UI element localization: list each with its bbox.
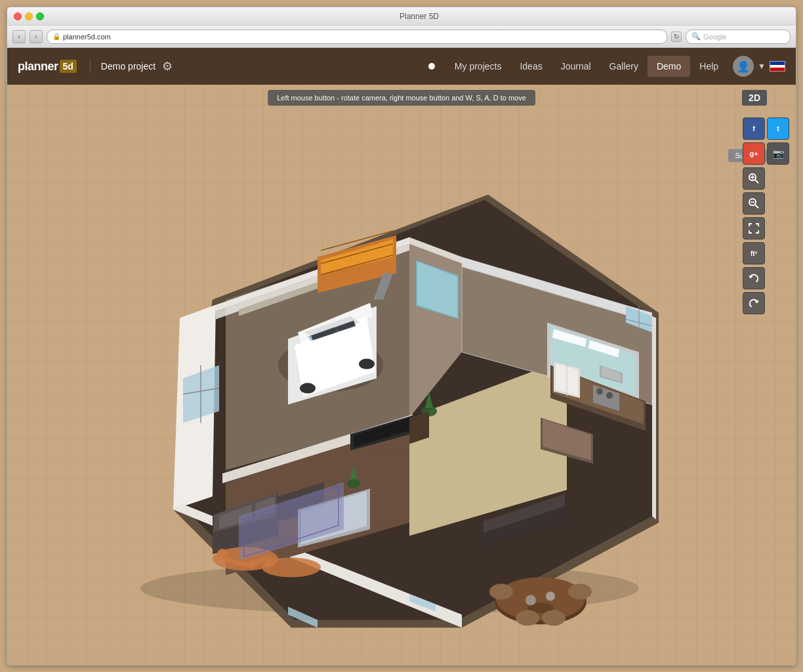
user-menu-chevron[interactable]: ▼ — [758, 62, 766, 71]
floorplan-3d-view — [94, 129, 685, 641]
svg-point-78 — [496, 578, 585, 621]
svg-point-82 — [516, 610, 539, 626]
view-2d-button[interactable]: 2D — [742, 90, 767, 106]
floorplan-container[interactable] — [94, 129, 685, 641]
project-name-area: Demo project ⚙ — [90, 59, 173, 74]
zoom-out-button[interactable] — [743, 192, 765, 215]
units-button[interactable]: ft² — [743, 242, 765, 264]
search-icon: 🔍 — [691, 32, 701, 41]
lock-icon: 🔒 — [52, 33, 60, 40]
nav-item-gallery[interactable]: Gallery — [600, 56, 648, 77]
svg-point-85 — [546, 592, 555, 601]
svg-point-81 — [568, 584, 592, 600]
main-area[interactable]: Left mouse button - rotate camera, right… — [7, 85, 796, 665]
fullscreen-button[interactable] — [743, 217, 765, 240]
maximize-button[interactable] — [36, 12, 44, 20]
search-placeholder: Google — [703, 33, 726, 41]
nav-item-myprojects[interactable]: My projects — [445, 56, 511, 77]
twitter-button[interactable]: t — [767, 117, 789, 140]
back-button[interactable]: ‹ — [12, 30, 26, 43]
svg-point-72 — [266, 558, 275, 567]
googleplus-button[interactable]: g+ — [743, 142, 765, 165]
social-buttons-row1: f t — [743, 117, 789, 140]
undo-button[interactable] — [743, 267, 765, 289]
logo-area: planner 5d — [18, 60, 77, 74]
svg-point-55 — [606, 392, 613, 399]
forward-button[interactable]: › — [30, 30, 43, 43]
browser-toolbar: ‹ › 🔒 planner5d.com ↻ 🔍 Google — [7, 26, 796, 48]
close-button[interactable] — [14, 12, 22, 20]
user-avatar[interactable]: 👤 — [733, 56, 754, 77]
search-bar[interactable]: 🔍 Google — [686, 30, 791, 44]
facebook-button[interactable]: f — [743, 117, 765, 140]
right-toolbar: f t g+ 📷 — [743, 117, 789, 314]
settings-icon[interactable]: ⚙ — [162, 59, 173, 74]
svg-line-1 — [755, 180, 758, 183]
svg-point-80 — [489, 584, 513, 600]
svg-point-54 — [596, 388, 603, 395]
window-title: Planner 5D — [49, 12, 789, 21]
top-nav: planner 5d Demo project ⚙ My projects Id… — [7, 48, 796, 85]
url-text: planner5d.com — [63, 33, 111, 41]
social-buttons-row2: g+ 📷 — [743, 142, 789, 165]
language-flag[interactable] — [770, 61, 785, 72]
svg-point-83 — [542, 610, 566, 626]
svg-point-84 — [525, 595, 536, 606]
window-controls — [14, 12, 44, 20]
redo-button[interactable] — [743, 292, 765, 314]
refresh-button[interactable]: ↻ — [671, 32, 682, 42]
svg-point-90 — [347, 479, 360, 488]
svg-line-5 — [755, 205, 758, 208]
app-content: planner 5d Demo project ⚙ My projects Id… — [7, 48, 796, 665]
logo-text: planner — [18, 60, 58, 74]
logo-suffix: 5d — [60, 60, 77, 73]
minimize-button[interactable] — [25, 12, 33, 20]
nav-item-ideas[interactable]: Ideas — [510, 56, 551, 77]
browser-titlebar: Planner 5D — [7, 7, 796, 26]
camera-share-button[interactable]: 📷 — [767, 142, 789, 165]
nav-item-help[interactable]: Help — [690, 56, 728, 77]
nav-item-journal[interactable]: Journal — [552, 56, 600, 77]
browser-window: Planner 5D ‹ › 🔒 planner5d.com ↻ 🔍 Googl… — [7, 7, 796, 665]
user-area: 👤 ▼ — [733, 56, 785, 77]
project-name: Demo project — [101, 61, 155, 72]
svg-point-39 — [359, 359, 375, 369]
camera-tooltip: Left mouse button - rotate camera, right… — [268, 90, 535, 106]
nav-dot-indicator — [428, 63, 435, 70]
svg-marker-100 — [652, 316, 656, 520]
address-bar[interactable]: 🔒 planner5d.com — [47, 30, 667, 44]
svg-point-38 — [300, 383, 316, 394]
zoom-in-button[interactable] — [743, 167, 765, 190]
nav-item-demo[interactable]: Demo — [648, 56, 690, 77]
